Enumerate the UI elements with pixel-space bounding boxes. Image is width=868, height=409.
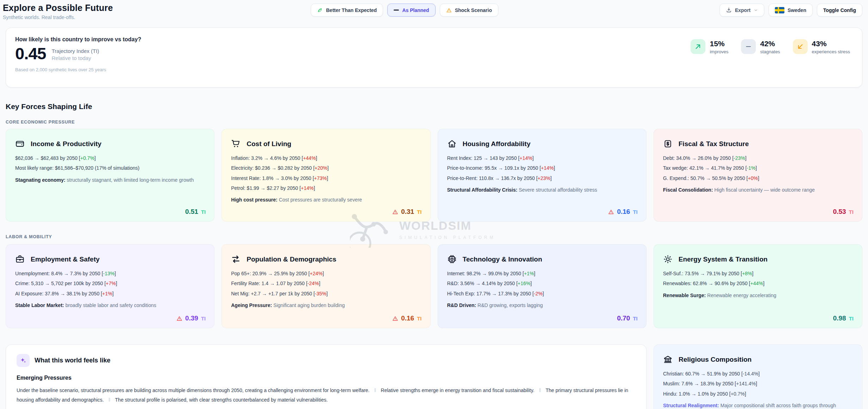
dash-icon xyxy=(741,39,756,54)
toggle-config-button[interactable]: Toggle Config xyxy=(817,4,862,17)
warning-icon xyxy=(176,315,182,321)
summary-text: structurally stagnant, with limited long… xyxy=(67,177,194,183)
stat-text: Tax wedge: 42.1% → 41.7% by 2050 xyxy=(663,165,744,171)
scenario-better-than-expected-button[interactable]: Better Than Expected xyxy=(311,4,383,17)
stat-line: R&D: 3.56% → 4.14% by 2050 +16% xyxy=(447,280,637,287)
country-selector-button[interactable]: Sweden xyxy=(769,4,813,17)
ti-value: 0.31 xyxy=(401,208,414,216)
summary-lead: Structural Affordability Crisis: xyxy=(447,187,517,193)
card-header: Housing Affordability xyxy=(447,139,637,149)
card-title: Religious Composition xyxy=(679,356,752,363)
card-header: Fiscal & Tax Structure xyxy=(663,139,853,149)
stat-stress: 43% experiences stress xyxy=(793,39,850,79)
summary-text: High fiscal uncertainty — wide outcome r… xyxy=(714,187,815,193)
card-summary: R&D Driven: R&D growing, exports lagging xyxy=(447,302,637,309)
ti-suffix: TI xyxy=(201,209,206,215)
card-summary: High cost pressure: Cost pressures are s… xyxy=(231,196,421,204)
summary-text: Severe structural affordability stress xyxy=(519,187,597,193)
stat-line: $62,036 → $62,483 by 2050 +0.7% xyxy=(15,155,205,162)
summary-lead: R&D Driven: xyxy=(447,302,476,308)
stat-text: Fertility Rate: 1.4 → 1.07 by 2050 xyxy=(231,281,305,286)
stat-text: Renewables: 62.8% → 90.6% by 2050 xyxy=(663,281,748,286)
stat-line: Internet: 98.2% → 99.0% by 2050 +1% xyxy=(447,270,637,277)
narrative-heading: Emerging Pressures xyxy=(17,375,636,381)
stat-value: 15% xyxy=(710,40,728,48)
summary-text: Renewable energy accelerating xyxy=(707,293,776,298)
sun-icon xyxy=(663,254,673,264)
summary-text: Major compositional shift across faith g… xyxy=(721,403,836,408)
stat-line: Hi-Tech Exp: 17.7% → 17.3% by 2050 -2% xyxy=(447,290,637,297)
stat-line: Pop 65+: 20.9% → 25.9% by 2050 +24% xyxy=(231,270,421,277)
card-title: Population & Demographics xyxy=(247,255,336,263)
stat-text: Muslim: 7.6% → 18.3% by 2050 xyxy=(663,381,733,386)
stat-delta: +8% xyxy=(741,271,753,276)
stat-line: Rent Index: 125 → 143 by 2050 +14% xyxy=(447,155,637,162)
card-summary: Fiscal Consolidation: High fiscal uncert… xyxy=(663,186,853,194)
stat-value: 42% xyxy=(760,40,780,48)
stat-delta: +16% xyxy=(516,281,532,286)
card-summary: Structural Realignment: Major compositio… xyxy=(663,402,853,409)
stat-text: G. Expend.: 50.7% → 50.5% by 2050 xyxy=(663,175,745,181)
stat-stagnates: 42% stagnates xyxy=(741,39,780,79)
card-header: Population & Demographics xyxy=(231,254,421,264)
core-economic-row: Income & Productivity $62,036 → $62,483 … xyxy=(6,129,862,222)
ti-suffix: TI xyxy=(417,209,421,215)
stat-delta: +141.4% xyxy=(735,381,757,386)
card-title: Energy System & Transition xyxy=(679,255,767,263)
stat-text: Interest Rate: 1.8% → 3.0% by 2050 xyxy=(231,175,311,181)
labor-mobility-row: Employment & Safety Unemployment: 8.4% →… xyxy=(6,244,862,328)
segment-separator xyxy=(370,387,381,393)
stat-delta: +0.7% xyxy=(79,155,96,161)
stat-line: Electricity: $0.236 → $0.282 by 2050 +20… xyxy=(231,164,421,172)
narrative-segment: Under the baseline scenario, structural … xyxy=(17,387,370,393)
warning-icon xyxy=(446,7,452,13)
card-housing-affordability: Housing Affordability Rent Index: 125 → … xyxy=(438,129,647,222)
scenario-as-planned-button[interactable]: As Planned xyxy=(387,4,435,17)
export-label: Export xyxy=(735,7,751,13)
stat-delta: -13% xyxy=(102,271,116,276)
stat-text: Crime: 5,310 → 5,702 per 100k by 2050 xyxy=(15,281,103,286)
stat-text: $62,036 → $62,483 by 2050 xyxy=(15,155,78,161)
card-title: Housing Affordability xyxy=(463,140,530,148)
stat-line: Most likely range: $61,586–$70,920 (17% … xyxy=(15,164,205,172)
stat-label: improves xyxy=(710,49,728,54)
card-summary: Renewable Surge: Renewable energy accele… xyxy=(663,292,853,299)
stat-delta: -24% xyxy=(306,281,320,286)
trajectory-index-sublabel: Relative to today xyxy=(51,55,99,61)
stat-text: R&D: 3.56% → 4.14% by 2050 xyxy=(447,281,515,286)
trend-up-icon xyxy=(691,39,705,54)
stat-line: Inflation: 3.2% → 4.6% by 2050 +44% xyxy=(231,155,421,162)
card-title: Fiscal & Tax Structure xyxy=(679,140,749,148)
stat-text: Debt: 34.0% → 26.0% by 2050 xyxy=(663,155,731,161)
stat-delta: +0% xyxy=(746,175,759,181)
card-energy-transition: Energy System & Transition Self-Suf.: 73… xyxy=(654,244,862,328)
export-button[interactable]: Export xyxy=(720,4,764,17)
country-label: Sweden xyxy=(788,7,806,13)
narrative-header: What this world feels like xyxy=(17,354,636,367)
key-forces-title: Key Forces Shaping Life xyxy=(6,102,862,111)
stat-delta: +44% xyxy=(749,281,764,286)
stat-text: Inflation: 3.2% → 4.6% by 2050 xyxy=(231,155,300,161)
banknote-icon xyxy=(663,139,673,149)
page-header: Explore a Possible Future Synthetic worl… xyxy=(0,0,868,25)
card-summary: Stable Labor Market: broadly stable labo… xyxy=(15,302,205,309)
trajectory-index-badge: 0.53 TI xyxy=(833,208,854,216)
summary-lead: Fiscal Consolidation: xyxy=(663,187,713,193)
page-subtitle: Synthetic worlds. Real trade-offs. xyxy=(3,14,200,20)
card-technology-innovation: Technology & Innovation Internet: 98.2% … xyxy=(438,244,647,328)
stat-value: 43% xyxy=(812,40,850,48)
stat-line: Hindu: 1.0% → 1.0% by 2050 +0.7% xyxy=(663,390,853,397)
ti-value: 0.98 xyxy=(833,314,846,322)
card-title: Cost of Living xyxy=(247,140,291,148)
briefcase-icon xyxy=(15,254,25,264)
stat-text: Self-Suf.: 73.5% → 79.1% by 2050 xyxy=(663,271,739,276)
trajectory-basis: Based on 2,000 synthetic lives over 25 y… xyxy=(15,67,141,72)
shopping-cart-icon xyxy=(231,139,241,149)
stat-line: Fertility Rate: 1.4 → 1.07 by 2050 -24% xyxy=(231,280,421,287)
stat-line: Crime: 5,310 → 5,702 per 100k by 2050 +7… xyxy=(15,280,205,287)
card-employment-safety: Employment & Safety Unemployment: 8.4% →… xyxy=(6,244,214,328)
scenario-shock-button[interactable]: Shock Scenario xyxy=(440,4,498,17)
trajectory-left: How likely is this country to improve vs… xyxy=(15,36,141,79)
card-title: Income & Productivity xyxy=(31,140,102,148)
scenario-label: Shock Scenario xyxy=(455,7,492,13)
